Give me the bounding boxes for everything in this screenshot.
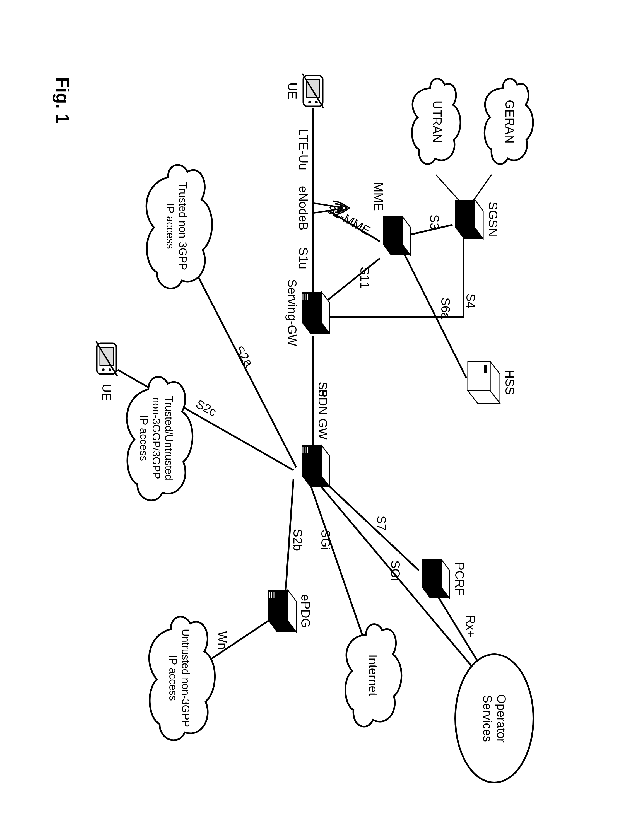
cloud-trusted-non3gpp: Trusted non-3GPP IP access — [146, 165, 212, 288]
mixed-l3: IP access — [138, 415, 150, 461]
cloud-internet: Internet — [345, 624, 401, 726]
geran-label: GERAN — [503, 100, 516, 144]
mixed-l2: non-3GGP/3GPP — [150, 397, 162, 479]
opsvc-label-1: Operator — [495, 694, 508, 743]
node-mme: MME — [372, 182, 411, 256]
node-pdngw: PDN GW — [302, 389, 330, 487]
internet-label: Internet — [366, 654, 380, 696]
s5-label: S5 — [316, 382, 330, 397]
trusted-l2: IP access — [164, 203, 176, 249]
sgw-label: Serving-GW — [285, 279, 299, 346]
cloud-mixed-non3gpp: Trusted/Untrusted non-3GGP/3GPP IP acces… — [127, 377, 192, 500]
ellipse-operator-services: Operator Services — [455, 654, 534, 782]
opsvc-label-2: Services — [480, 695, 495, 742]
node-epdg: ePDG — [268, 590, 313, 632]
s7-label: S7 — [375, 516, 388, 531]
s4-label: S4 — [464, 294, 477, 308]
untrusted-l1: Untrusted non-3GPP — [180, 629, 191, 727]
s2a-label: S2a — [232, 343, 256, 369]
hss-label: HSS — [503, 370, 516, 395]
network-architecture-diagram: GERAN UTRAN Operator Services Internet T… — [34, 30, 592, 810]
node-ue1: UE — [285, 73, 324, 108]
sgsn-label: SGSN — [486, 202, 500, 237]
s11-label: S11 — [358, 267, 372, 289]
svg-line-37 — [472, 175, 491, 203]
node-sgsn: SGSN — [455, 200, 500, 239]
svg-line-28 — [402, 250, 466, 378]
mme-label: MME — [372, 182, 385, 211]
svg-point-39 — [455, 654, 534, 782]
s2b-label: S2b — [291, 529, 305, 551]
cloud-utran: UTRAN — [412, 79, 460, 164]
sgi1-label: SGi — [389, 560, 402, 581]
wn-label: Wn — [216, 631, 229, 650]
untrusted-l2: IP access — [167, 655, 179, 701]
rxplus-label: Rx+ — [464, 615, 477, 637]
s3-label: S3 — [428, 214, 441, 230]
s1u-label: S1u — [297, 247, 310, 269]
ue2-label: UE — [100, 384, 114, 401]
pcrf-label: PCRF — [453, 562, 466, 596]
svg-line-38 — [436, 175, 461, 203]
cloud-untrusted-non3gpp: Untrusted non-3GPP IP access — [149, 617, 215, 740]
ue1-label: UE — [285, 82, 299, 99]
trusted-l1: Trusted non-3GPP — [177, 182, 189, 270]
node-hss: HSS — [468, 361, 516, 403]
node-ue2: UE — [96, 341, 117, 401]
mixed-l1: Trusted/Untrusted — [163, 396, 175, 481]
node-pcrf: PCRF — [422, 559, 466, 598]
figure-label: Fig. 1 — [52, 77, 72, 123]
svg-line-26 — [324, 258, 380, 303]
enodeb-label: eNodeB — [297, 186, 310, 230]
sgi2-label: SGi — [319, 529, 333, 550]
svg-line-29 — [324, 481, 419, 571]
cloud-geran: GERAN — [485, 79, 533, 164]
utran-label: UTRAN — [430, 100, 444, 143]
svg-line-32 — [310, 484, 363, 637]
epdg-label: ePDG — [299, 594, 313, 628]
s6a-label: S6a — [439, 298, 452, 320]
svg-line-33 — [196, 272, 296, 467]
lte-uu-label: LTE-Uu — [297, 129, 310, 170]
node-sgw: Serving-GW — [285, 279, 330, 346]
